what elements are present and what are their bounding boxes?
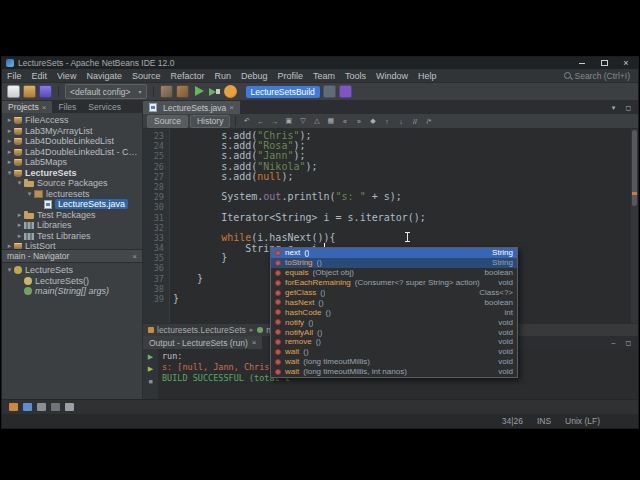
project-tree-item[interactable]: ▸Lab5Maps xyxy=(2,157,142,168)
build-project-icon[interactable] xyxy=(160,85,173,98)
completion-item[interactable]: hasNext()boolean xyxy=(271,297,517,307)
project-tree-item[interactable]: ▸FileAccess xyxy=(2,115,142,126)
stop-icon[interactable]: ■ xyxy=(145,376,156,386)
completion-item[interactable]: remove()void xyxy=(271,337,517,347)
minimize-button[interactable] xyxy=(576,58,588,68)
output-tab[interactable]: Output - LectureSets (run) × xyxy=(143,336,262,349)
find-next-icon[interactable]: ▽ xyxy=(297,116,308,127)
completion-item[interactable]: hashCode()int xyxy=(271,307,517,317)
menu-profile[interactable]: Profile xyxy=(273,71,309,81)
project-tree-item[interactable]: ▸Lab3MyArrayList xyxy=(2,126,142,137)
expander-icon[interactable]: ▾ xyxy=(15,179,24,187)
previous-bookmark-icon[interactable]: « xyxy=(339,116,350,127)
menu-tools[interactable]: Tools xyxy=(340,71,371,81)
expander-icon[interactable]: ▸ xyxy=(15,232,24,240)
menu-refactor[interactable]: Refactor xyxy=(165,71,209,81)
navigator-tree[interactable]: ▾LectureSetsLectureSets()main(String[] a… xyxy=(2,263,142,399)
maximize-window-icon[interactable]: ◻ xyxy=(623,337,634,348)
search-field[interactable]: Search (Ctrl+I) xyxy=(564,71,631,81)
projects-tree[interactable]: ▸FileAccess▸Lab3MyArrayList▸Lab4DoubleLi… xyxy=(2,113,142,249)
panel-tab-projects[interactable]: Projects× xyxy=(2,101,52,113)
completion-item[interactable]: getClass()Class<?> xyxy=(271,288,517,298)
output-window-icon[interactable] xyxy=(23,403,32,411)
breadcrumb-item[interactable]: lecturesets.LectureSets xyxy=(148,325,246,335)
project-tree-item[interactable]: ▾LectureSets xyxy=(2,168,142,179)
find-previous-icon[interactable]: △ xyxy=(311,116,322,127)
maximize-button[interactable] xyxy=(598,58,610,68)
menu-view[interactable]: View xyxy=(52,71,81,81)
toggle-highlight-icon[interactable]: ▦ xyxy=(325,116,336,127)
project-tree-item[interactable]: ▾Source Packages xyxy=(2,178,142,189)
toggle-bookmark-icon[interactable]: ◆ xyxy=(367,116,378,127)
navigator-item[interactable]: ▾LectureSets xyxy=(2,265,142,276)
next-bookmark-icon[interactable]: » xyxy=(353,116,364,127)
profile-project-icon[interactable] xyxy=(224,85,237,98)
menu-help[interactable]: Help xyxy=(413,71,442,81)
comment-icon[interactable]: // xyxy=(409,116,420,127)
expander-icon[interactable]: ▸ xyxy=(5,158,14,166)
back-icon[interactable]: ← xyxy=(255,116,266,127)
menu-navigate[interactable]: Navigate xyxy=(81,71,127,81)
editor-scrollbar[interactable] xyxy=(631,129,638,323)
project-tree-item[interactable]: ▸Lab4DoubleLinkedList - Complete xyxy=(2,147,142,158)
expander-icon[interactable]: ▸ xyxy=(15,221,24,229)
menu-window[interactable]: Window xyxy=(371,71,413,81)
project-tree-item[interactable]: ▾lecturesets xyxy=(2,189,142,200)
expander-icon[interactable]: ▸ xyxy=(5,148,14,156)
project-tree-item[interactable]: ▸Lab4DoubleLinkedList xyxy=(2,136,142,147)
expander-icon[interactable]: ▸ xyxy=(5,242,14,249)
clean-and-build-project-icon[interactable] xyxy=(176,85,189,98)
menu-edit[interactable]: Edit xyxy=(27,71,53,81)
completion-item[interactable]: toString()String xyxy=(271,258,517,268)
save-all-files-icon[interactable] xyxy=(39,85,52,98)
rerun-icon[interactable]: ▶ xyxy=(145,352,156,362)
expander-icon[interactable]: ▸ xyxy=(5,127,14,135)
split-editor-icon[interactable]: ◻ xyxy=(623,102,634,113)
menu-team[interactable]: Team xyxy=(308,71,340,81)
config-select[interactable]: <default config> ▾ xyxy=(65,84,147,99)
expander-icon[interactable]: ▸ xyxy=(5,137,14,145)
completion-item[interactable]: wait(long timeoutMillis)void xyxy=(271,357,517,367)
project-tree-item[interactable]: ▸Libraries xyxy=(2,220,142,231)
completion-item[interactable]: notify()void xyxy=(271,317,517,327)
project-tree-item[interactable]: LectureSets.java xyxy=(2,199,142,210)
close-icon[interactable]: × xyxy=(132,252,137,261)
last-edit-icon[interactable]: ↶ xyxy=(241,116,252,127)
previous-error-icon[interactable]: ↑ xyxy=(381,116,392,127)
project-tree-item[interactable]: ▸ListSort xyxy=(2,241,142,249)
menu-debug[interactable]: Debug xyxy=(236,71,273,81)
terminal-window-icon[interactable] xyxy=(65,403,74,411)
usages-window-icon[interactable] xyxy=(37,403,46,411)
rerun-with-options-icon[interactable]: ▶ xyxy=(145,364,156,374)
completion-item[interactable]: wait(long timeoutMillis, int nanos)void xyxy=(271,367,517,377)
close-icon[interactable]: × xyxy=(42,103,47,112)
panel-tab-services[interactable]: Services xyxy=(82,101,127,113)
project-tree-item[interactable]: ▸Test Packages xyxy=(2,210,142,221)
completion-item[interactable]: notifyAll()void xyxy=(271,327,517,337)
attach-debugger-icon[interactable] xyxy=(323,85,336,98)
find-selection-icon[interactable]: ▣ xyxy=(283,116,294,127)
expander-icon[interactable]: ▸ xyxy=(5,116,14,124)
run-project-icon[interactable] xyxy=(192,85,205,98)
menu-source[interactable]: Source xyxy=(127,71,166,81)
menu-file[interactable]: File xyxy=(2,71,27,81)
source-view-button[interactable]: Source xyxy=(147,115,188,128)
navigator-item[interactable]: main(String[] args) xyxy=(2,286,142,297)
new-file-icon[interactable] xyxy=(7,85,20,98)
completion-item[interactable]: wait()void xyxy=(271,347,517,357)
tasks-window-icon[interactable] xyxy=(51,403,60,411)
completion-item[interactable]: equals(Object obj)boolean xyxy=(271,268,517,278)
editor-tab-lecturesets[interactable]: LectureSets.java × xyxy=(143,101,240,114)
navigator-item[interactable]: LectureSets() xyxy=(2,276,142,287)
expander-icon[interactable]: ▾ xyxy=(5,169,14,177)
expander-icon[interactable]: ▸ xyxy=(15,211,24,219)
next-error-icon[interactable]: ↓ xyxy=(395,116,406,127)
panel-tab-files[interactable]: Files xyxy=(52,101,82,113)
project-tree-item[interactable]: ▸Test Libraries xyxy=(2,231,142,242)
completion-item[interactable]: forEachRemaining(Consumer<? super String… xyxy=(271,278,517,288)
close-icon[interactable]: × xyxy=(229,103,234,112)
debug-project-icon[interactable] xyxy=(208,85,221,98)
expander-icon[interactable]: ▾ xyxy=(25,190,34,198)
open-project-icon[interactable] xyxy=(23,85,36,98)
notifications-icon[interactable] xyxy=(9,403,18,411)
